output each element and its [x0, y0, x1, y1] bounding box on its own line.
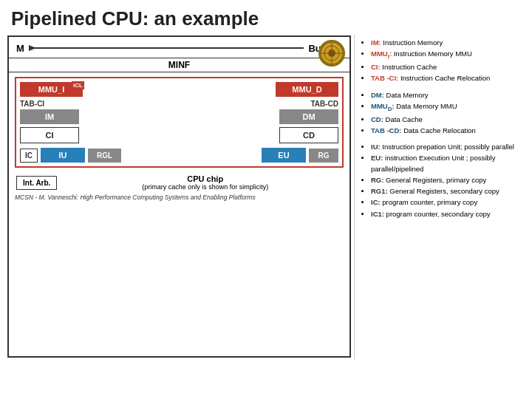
bullet-tab-ci: TAB -CI: Instruction Cache Relocation — [371, 73, 521, 83]
footer-text: MCSN - M. Vanneschi: High Performance Co… — [9, 192, 349, 202]
logo — [318, 40, 345, 66]
cd-block: CD — [279, 127, 338, 143]
bullet-rg1: RG1: General Registers, secondary copy — [371, 186, 521, 197]
bullet-mmui: MMUI: Instruction Memory MMU — [371, 49, 521, 61]
bullet-eu: EU: instruction Execution Unit ; possibl… — [371, 153, 521, 174]
dm-block: DM — [279, 109, 338, 124]
tab-cd-label: TAB-CD — [310, 100, 338, 108]
ic-block: IC — [20, 149, 38, 163]
minf-label: MINF — [9, 58, 349, 72]
iu-block: IU — [41, 148, 85, 163]
bullet-list: IM: Instruction Memory MMUI: Instruction… — [354, 34, 525, 359]
cpu-chip-label: CPU chip — [68, 174, 342, 183]
eu-block: EU — [262, 148, 306, 163]
bullet-im: IM: Instruction Memory — [371, 38, 521, 48]
bullet-iu: IU: Instruction prepation Unit; possibly… — [371, 142, 521, 152]
bullet-mmud: MMUD: Data Memory MMU — [371, 101, 521, 114]
icl-label: ICL — [72, 81, 84, 89]
rg-block: RG — [309, 149, 338, 163]
bullet-ci: CI: Instruction Cache — [371, 62, 521, 72]
tab-ci-label: TAB-CI — [20, 100, 44, 108]
rgl-block: RGL — [88, 149, 121, 163]
bullet-rg: RG: General Registers, primary copy — [371, 175, 521, 185]
svg-marker-6 — [29, 45, 36, 51]
im-block: IM — [20, 109, 79, 124]
bullet-ic: IC: program counter, primary copy — [371, 197, 521, 208]
bullet-ic1: IC1: program counter, secondary copy — [371, 209, 521, 219]
ci-block: CI — [20, 127, 79, 143]
cpu-chip-sub: (primary cache only is shown for simplic… — [68, 183, 342, 191]
bullet-tab-cd: TAB -CD: Data Cache Relocation — [371, 126, 521, 136]
int-arb-box: Int. Arb. — [16, 176, 57, 190]
mmu-d-block: MMU_D — [276, 82, 338, 97]
page-title: Pipelined CPU: an example — [0, 0, 532, 34]
diagram-container: M Bus I/O MINF MMU_I — [7, 35, 351, 358]
bullet-dm: DM: Data Memory — [371, 90, 521, 100]
label-m: M — [16, 43, 24, 54]
bullet-cd: CD: Data Cache — [371, 115, 521, 125]
